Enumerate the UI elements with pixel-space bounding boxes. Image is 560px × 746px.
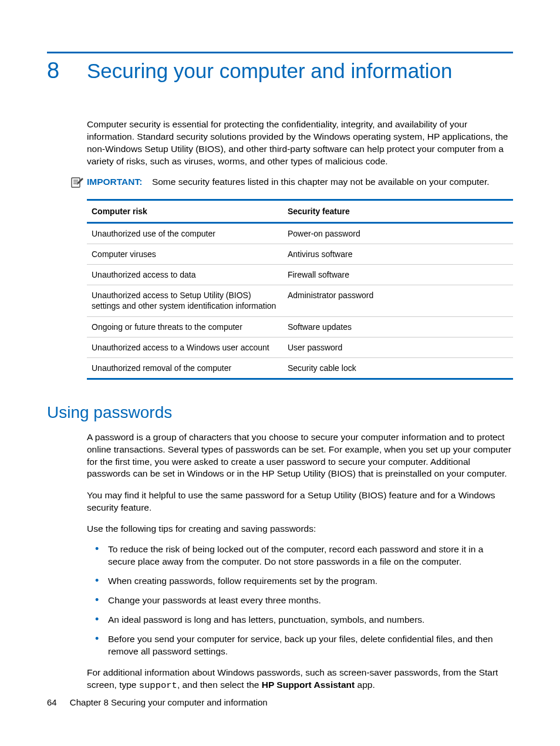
important-text: Some security features listed in this ch… [152, 177, 490, 187]
list-item: Before you send your computer for servic… [95, 633, 513, 658]
table-cell: User password [283, 337, 513, 357]
table-cell: Antivirus software [283, 244, 513, 264]
table-row: Unauthorized access to data Firewall sof… [87, 265, 513, 285]
text: app. [355, 680, 375, 690]
security-table: Computer risk Security feature Unauthori… [87, 199, 513, 380]
passwords-para-4: For additional information about Windows… [87, 667, 513, 692]
table-cell: Unauthorized access to a Windows user ac… [87, 337, 283, 357]
chapter-number: 8 [47, 58, 87, 83]
list-item: Change your passwords at least every thr… [95, 595, 513, 607]
table-cell: Firewall software [283, 265, 513, 285]
intro-paragraph: Computer security is essential for prote… [87, 119, 513, 168]
passwords-para-2: You may find it helpful to use the same … [87, 490, 513, 514]
table-cell: Security cable lock [283, 358, 513, 379]
table-row: Computer viruses Antivirus software [87, 244, 513, 264]
table-header-risk: Computer risk [87, 200, 283, 222]
table-cell: Unauthorized removal of the computer [87, 358, 283, 379]
table-cell: Computer viruses [87, 244, 283, 264]
table-cell: Unauthorized use of the computer [87, 222, 283, 244]
table-cell: Power-on password [283, 222, 513, 244]
important-label: IMPORTANT: [87, 177, 142, 187]
list-item: An ideal password is long and has letter… [95, 614, 513, 626]
table-row: Unauthorized access to a Windows user ac… [87, 337, 513, 357]
table-cell: Administrator password [283, 285, 513, 316]
chapter-title: Securing your computer and information [87, 59, 453, 83]
table-cell: Unauthorized access to data [87, 265, 283, 285]
footer-text: Chapter 8 Securing your computer and inf… [70, 697, 268, 707]
table-cell: Software updates [283, 316, 513, 337]
table-row: Ongoing or future threats to the compute… [87, 316, 513, 337]
text: , and then select the [177, 680, 262, 690]
page-number: 64 [47, 697, 57, 707]
table-row: Unauthorized use of the computer Power-o… [87, 222, 513, 244]
note-icon [70, 177, 85, 188]
code-text: support [139, 680, 177, 691]
list-item: When creating passwords, follow requirem… [95, 575, 513, 588]
important-note: IMPORTANT: Some security features listed… [70, 176, 513, 188]
table-row: Unauthorized removal of the computer Sec… [87, 358, 513, 379]
table-cell: Unauthorized access to Setup Utility (BI… [87, 285, 283, 316]
app-name-bold: HP Support Assistant [262, 680, 355, 690]
table-cell: Ongoing or future threats to the compute… [87, 316, 283, 337]
passwords-para-1: A password is a group of characters that… [87, 431, 513, 481]
section-heading-using-passwords: Using passwords [47, 403, 513, 422]
list-item: To reduce the risk of being locked out o… [95, 544, 513, 568]
table-header-feature: Security feature [283, 200, 513, 222]
passwords-para-3: Use the following tips for creating and … [87, 523, 513, 535]
page-footer: 64 Chapter 8 Securing your computer and … [47, 697, 268, 707]
table-row: Unauthorized access to Setup Utility (BI… [87, 285, 513, 316]
password-tips-list: To reduce the risk of being locked out o… [87, 544, 513, 657]
chapter-header: 8 Securing your computer and information [47, 52, 513, 83]
